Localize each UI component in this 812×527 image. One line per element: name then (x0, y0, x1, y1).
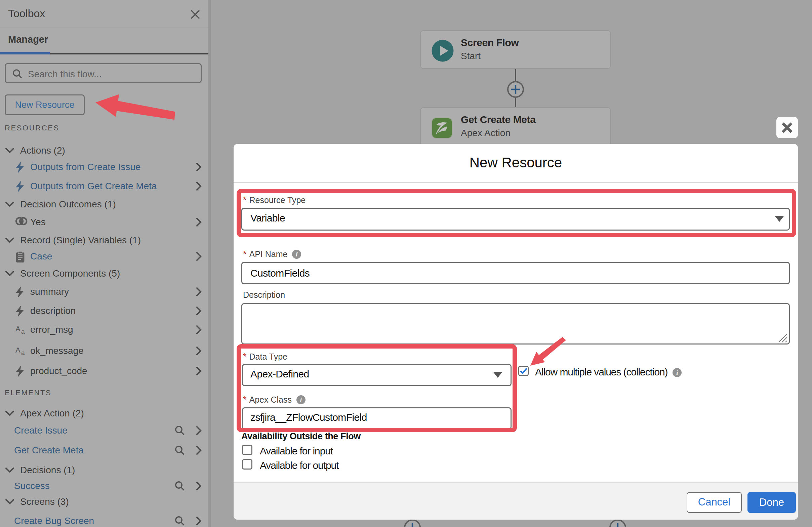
svg-text:a: a (21, 328, 25, 334)
svg-text:a: a (21, 349, 25, 355)
svg-text:A: A (15, 346, 20, 354)
svg-text:A: A (15, 325, 20, 333)
